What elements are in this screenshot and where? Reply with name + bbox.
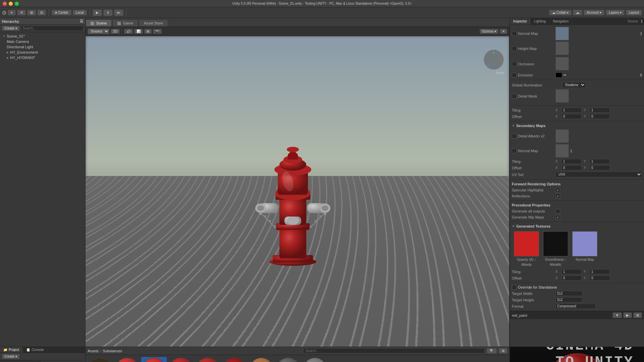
hierarchy-item-camera[interactable]: Main Camera bbox=[0, 39, 85, 44]
project-create-btn[interactable]: Create ▾ bbox=[2, 354, 19, 359]
normal-map-texture[interactable]: Normal Map bbox=[572, 231, 597, 266]
asset-red-paint-2[interactable]: red_paint... bbox=[141, 357, 167, 362]
sec-tiling-y[interactable] bbox=[590, 159, 610, 164]
detail-albedo-thumb[interactable] bbox=[555, 129, 569, 143]
vp-overlay-btn[interactable]: ⊞ bbox=[144, 29, 152, 34]
emission-checkbox[interactable] bbox=[512, 73, 517, 77]
scene-viewport[interactable]: Shaded 2D 🔊 📊 ⊞ 📷 Gizmos ▾ ✕ bbox=[86, 27, 509, 347]
emission-color-swatch[interactable] bbox=[555, 72, 562, 78]
minimize-button[interactable] bbox=[9, 2, 13, 6]
sec-tiling-x[interactable] bbox=[561, 159, 582, 164]
occlusion-thumb[interactable] bbox=[555, 57, 569, 70]
hierarchy-item-hydrant[interactable]: ▶ HY_HYDRANT bbox=[0, 55, 85, 60]
toolbar-button-1[interactable]: ≡ bbox=[8, 10, 16, 15]
asset-red-paint-4[interactable]: red_paint... bbox=[195, 357, 220, 362]
emission-picker-icon[interactable]: ✏ bbox=[564, 73, 567, 77]
offset-y-input[interactable] bbox=[590, 114, 610, 119]
gen-offset-x[interactable] bbox=[561, 276, 582, 281]
vp-audio-btn[interactable]: 🔊 bbox=[124, 29, 133, 34]
sec-normal-map-checkbox[interactable] bbox=[512, 148, 517, 153]
material-play-btn[interactable]: ▶ bbox=[623, 312, 632, 318]
sec-offset-x[interactable] bbox=[561, 165, 582, 170]
2d-toggle[interactable]: 2D bbox=[111, 29, 120, 34]
offset-x-input[interactable] bbox=[561, 114, 582, 119]
cloud-button[interactable]: ☁ bbox=[573, 10, 582, 15]
detail-mask-thumb[interactable] bbox=[555, 89, 569, 103]
close-button[interactable] bbox=[3, 2, 7, 6]
layers-button[interactable]: Layers ▾ bbox=[606, 10, 625, 15]
tab-scene[interactable]: Scene bbox=[86, 19, 112, 26]
layout-button[interactable]: Layout bbox=[626, 10, 642, 15]
metallic-texture[interactable]: Smoothness ↑ Metallic bbox=[543, 231, 568, 266]
hierarchy-search[interactable] bbox=[21, 26, 83, 31]
tab-asset-store[interactable]: Asset Store bbox=[139, 19, 168, 26]
target-height-input[interactable] bbox=[555, 297, 582, 302]
gen-offset-y[interactable] bbox=[590, 276, 610, 281]
normal-map-thumb[interactable] bbox=[555, 27, 569, 40]
inspector-tab-lighting[interactable]: Lighting bbox=[531, 18, 549, 24]
hierarchy-item-scene[interactable]: ▼ Szene_01* bbox=[0, 34, 85, 39]
asset-dirt[interactable]: dirt bbox=[88, 357, 113, 362]
gen-tiling-y[interactable] bbox=[590, 269, 610, 274]
shading-dropdown[interactable]: Shaded bbox=[88, 28, 109, 34]
asset-red-paint-5[interactable]: red_paint... bbox=[222, 357, 247, 362]
reflections-checkbox[interactable] bbox=[555, 194, 560, 198]
vp-close-btn[interactable]: ✕ bbox=[500, 29, 507, 34]
scene-gizmo[interactable]: Y X Z Persp bbox=[484, 50, 504, 70]
generate-outputs-checkbox[interactable] bbox=[555, 209, 560, 214]
generate-mips-checkbox[interactable] bbox=[555, 215, 560, 220]
tab-game[interactable]: Game bbox=[112, 19, 138, 26]
pause-button[interactable]: ⏸ bbox=[103, 9, 113, 16]
normal-map-checkbox[interactable] bbox=[512, 31, 517, 36]
hierarchy-item-light[interactable]: Directional Light bbox=[0, 44, 85, 50]
hierarchy-create-btn[interactable]: Create ▾ bbox=[2, 26, 19, 31]
sec-offset-y[interactable] bbox=[590, 165, 610, 170]
occlusion-checkbox[interactable] bbox=[512, 62, 517, 66]
format-input[interactable] bbox=[555, 304, 596, 309]
tiling-y-input[interactable] bbox=[590, 108, 610, 113]
gizmos-button[interactable]: Gizmos ▾ bbox=[480, 29, 498, 34]
asset-search-btn[interactable]: 🔍 bbox=[487, 348, 497, 354]
hierarchy-menu-icon[interactable]: ☰ bbox=[80, 19, 83, 23]
uv-set-dropdown[interactable]: UV0 bbox=[555, 172, 642, 177]
toolbar-button-3[interactable]: ⊞ bbox=[27, 10, 36, 15]
specular-checkbox[interactable] bbox=[555, 188, 560, 192]
albedo-texture[interactable]: Opacity (A) ↑ Albedo bbox=[514, 231, 539, 266]
tiling-x-input[interactable] bbox=[561, 108, 582, 113]
detail-mask-checkbox[interactable] bbox=[512, 94, 517, 99]
vp-stats-btn[interactable]: 📊 bbox=[134, 29, 143, 34]
red-paint-thumb-2 bbox=[142, 358, 166, 362]
target-width-input[interactable] bbox=[555, 291, 582, 296]
inspector-tab-inspector[interactable]: Inspector bbox=[510, 18, 531, 24]
project-tab[interactable]: 📁 Project bbox=[0, 347, 23, 353]
toolbar-button-2[interactable]: ⟲ bbox=[17, 10, 26, 15]
collab-button[interactable]: ☁ Collab ▾ bbox=[549, 10, 572, 15]
maximize-button[interactable] bbox=[15, 2, 19, 6]
gi-dropdown[interactable]: Realtime bbox=[562, 82, 586, 88]
step-button[interactable]: ⏭ bbox=[114, 9, 123, 16]
account-button[interactable]: Account ▾ bbox=[584, 10, 604, 15]
override-checkbox[interactable] bbox=[512, 285, 517, 290]
asset-red-paint-1[interactable]: red_paint bbox=[114, 357, 140, 362]
detail-albedo-checkbox[interactable] bbox=[512, 134, 517, 138]
asset-rust-fine[interactable]: rust_fine bbox=[249, 357, 274, 362]
vp-camera-btn[interactable]: 📷 bbox=[153, 29, 162, 34]
console-tab[interactable]: 📋 Console bbox=[23, 347, 48, 353]
transform-local-btn[interactable]: Local bbox=[73, 10, 87, 15]
gen-tiling-x[interactable] bbox=[561, 269, 582, 274]
material-opt-btn[interactable]: ⊞ bbox=[633, 312, 642, 318]
asset-red-paint-3[interactable]: red_paint... bbox=[168, 357, 194, 362]
inspector-tab-navigation[interactable]: Navigation bbox=[549, 18, 572, 24]
height-map-checkbox[interactable] bbox=[512, 46, 517, 51]
play-button[interactable]: ▶ bbox=[93, 9, 102, 16]
hierarchy-item-environment[interactable]: ▶ HY_Environment bbox=[0, 50, 85, 55]
toolbar-button-4[interactable]: ⊟ bbox=[37, 10, 46, 15]
asset-stone[interactable]: stone_bles... bbox=[302, 357, 328, 362]
sec-normal-map-thumb[interactable] bbox=[555, 144, 569, 158]
material-prev-btn[interactable]: ▼ bbox=[612, 312, 622, 318]
asset-steel-rough[interactable]: steel_rough bbox=[275, 357, 301, 362]
height-map-thumb[interactable] bbox=[555, 42, 569, 55]
asset-search-input[interactable] bbox=[303, 348, 485, 353]
transform-center-btn[interactable]: ⊕ Center bbox=[52, 10, 71, 15]
asset-view-btn[interactable]: ⊞ bbox=[499, 348, 507, 354]
